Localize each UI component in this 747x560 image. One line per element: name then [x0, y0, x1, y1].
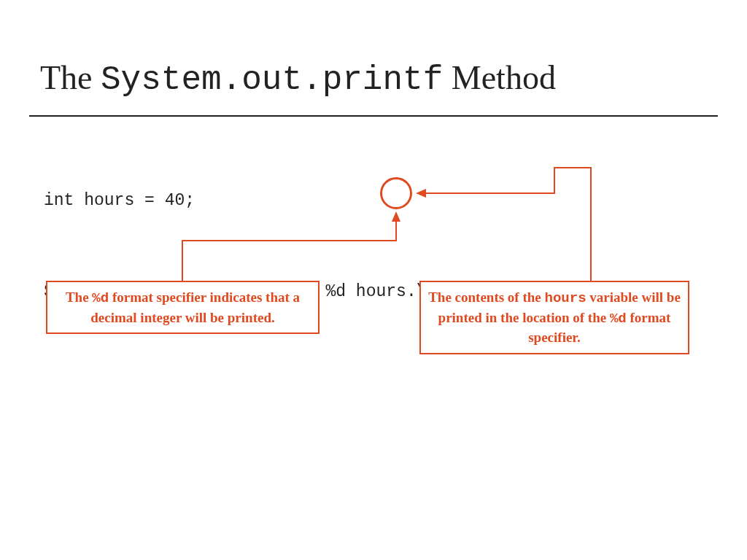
title-suffix: Method	[443, 59, 556, 96]
title-mono: System.out.printf	[101, 61, 443, 99]
callout-format-specifier: The %d format specifier indicates that a…	[46, 281, 320, 334]
title-prefix: The	[40, 59, 101, 96]
callout-variable-contents: The contents of the hours variable will …	[419, 281, 689, 354]
callout-left-part2: format specifier indicates that a decima…	[90, 289, 300, 325]
code-line-1: int hours = 40;	[44, 189, 537, 212]
page-title: The System.out.printf Method	[40, 58, 556, 99]
callout-right-part1: The contents of the	[428, 289, 544, 305]
callout-right-mono2: %d	[610, 311, 627, 327]
title-divider	[29, 115, 718, 117]
callout-left-mono1: %d	[92, 290, 109, 306]
callout-right-mono1: hours	[545, 290, 587, 306]
slide: The System.out.printf Method int hours =…	[0, 0, 747, 560]
callout-left-part1: The	[66, 289, 92, 305]
highlight-circle-format-specifier	[380, 177, 412, 209]
